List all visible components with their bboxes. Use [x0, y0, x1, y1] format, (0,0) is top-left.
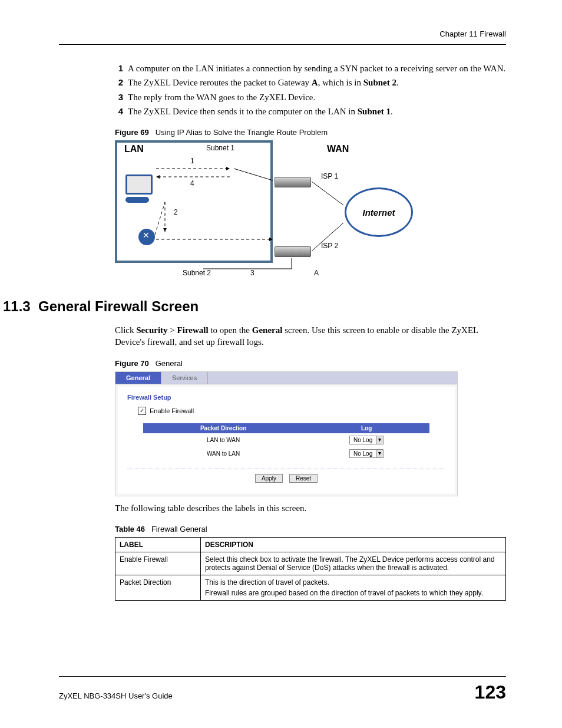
panel-heading: Firewall Setup	[127, 394, 445, 401]
svg-line-9	[312, 223, 343, 251]
svg-line-8	[312, 182, 343, 205]
row-wan-to-lan: WAN to LAN	[143, 447, 303, 460]
firewall-general-screenshot: General Services Firewall Setup ✓ Enable…	[115, 371, 458, 496]
step-num: 1	[115, 62, 123, 74]
step-num: 3	[115, 91, 123, 103]
step-text: The reply from the WAN goes to the ZyXEL…	[128, 91, 315, 103]
step-text: The ZyXEL Device then sends it to the co…	[128, 106, 393, 117]
th-description: DESCRIPTION	[201, 537, 506, 552]
enable-firewall-label: Enable Firewall	[150, 407, 194, 414]
tab-services[interactable]: Services	[161, 372, 208, 384]
col-packet-direction: Packet Direction	[143, 423, 303, 433]
step-num: 2	[115, 77, 123, 88]
step-text: A computer on the LAN initiates a connec…	[128, 62, 505, 74]
td-enable-firewall: Enable Firewall	[115, 552, 201, 575]
intro-paragraph: Click Security > Firewall to open the Ge…	[115, 324, 506, 348]
svg-line-2	[234, 169, 273, 180]
log-select-wan-to-lan[interactable]: No Log▾	[349, 449, 384, 458]
td-packet-direction-desc: This is the direction of travel of packe…	[201, 575, 506, 600]
tab-general[interactable]: General	[115, 372, 161, 384]
col-log: Log	[303, 423, 429, 433]
footer-guide-name: ZyXEL NBG-334SH User's Guide	[59, 691, 173, 700]
th-label: LABEL	[115, 537, 201, 552]
table-46-caption: Table 46 Firewall General	[115, 525, 506, 533]
figure-70-caption: Figure 70 General	[115, 359, 506, 368]
step-num: 4	[115, 106, 123, 117]
page-number: 123	[475, 681, 506, 703]
figure-69-caption: Figure 69 Using IP Alias to Solve the Tr…	[115, 128, 506, 137]
log-select-lan-to-wan[interactable]: No Log▾	[349, 436, 384, 444]
row-lan-to-wan: LAN to WAN	[143, 433, 303, 447]
packet-direction-table: Packet Direction Log LAN to WAN No Log▾ …	[143, 423, 429, 460]
td-packet-direction: Packet Direction	[115, 575, 201, 600]
step-list: 1A computer on the LAN initiates a conne…	[115, 62, 506, 117]
section-heading: 11.3 General Firewall Screen	[3, 298, 506, 315]
table-46: LABEL DESCRIPTION Enable Firewall Select…	[115, 537, 506, 601]
step-text: The ZyXEL Device reroutes the packet to …	[128, 77, 399, 88]
chevron-down-icon: ▾	[376, 450, 383, 457]
apply-button[interactable]: Apply	[255, 474, 283, 483]
svg-line-3	[155, 202, 165, 235]
enable-firewall-checkbox[interactable]: ✓	[138, 407, 146, 415]
table-intro: The following table describes the labels…	[115, 502, 506, 514]
chevron-down-icon: ▾	[376, 436, 383, 444]
reset-button[interactable]: Reset	[289, 474, 318, 483]
page-header: Chapter 11 Firewall	[59, 29, 506, 45]
figure-69-diagram: LAN Subnet 1 WAN Internet ISP 1 ISP 2 Su…	[115, 140, 409, 281]
td-enable-firewall-desc: Select this check box to activate the fi…	[201, 552, 506, 575]
